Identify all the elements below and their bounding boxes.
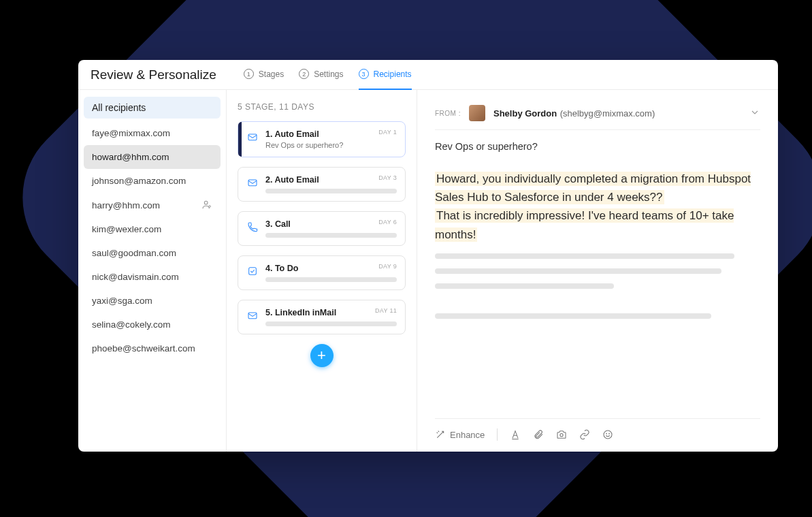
page-title: Review & Personalize <box>91 67 216 82</box>
stage-card[interactable]: 4. To Do DAY 9 <box>238 255 406 290</box>
mail-icon <box>246 176 259 189</box>
svg-point-0 <box>204 201 208 204</box>
svg-rect-4 <box>249 268 257 275</box>
svg-point-10 <box>609 433 610 434</box>
stage-card[interactable]: 5. LinkedIn inMail DAY 11 <box>238 300 406 334</box>
recipient-email: harry@hhm.com <box>92 200 160 210</box>
body-line-2: That is incredibly impressive! I've hear… <box>435 208 734 241</box>
stage-title: 1. Auto Email <box>265 129 397 139</box>
stage-title: 4. To Do <box>265 264 397 273</box>
editor-column: FROM : Shelby Gordon (shelbyg@mixmax.com… <box>417 90 778 452</box>
tab-settings[interactable]: 2Settings <box>299 60 343 90</box>
svg-rect-5 <box>248 313 257 319</box>
recipient-email: faye@mixmax.com <box>92 128 170 138</box>
body-line-1: Howard, you individually completed a mig… <box>435 172 751 204</box>
recipient-email: selina@cokely.com <box>92 319 171 330</box>
from-email: (shelbyg@mixmax.com) <box>560 108 655 119</box>
recipient-email: saul@goodman.com <box>92 248 176 258</box>
from-name: Shelby Gordon <box>493 108 557 119</box>
image-button[interactable] <box>556 429 567 440</box>
add-stage-button[interactable]: + <box>310 344 334 367</box>
placeholder-line <box>265 189 397 193</box>
email-body[interactable]: Howard, you individually completed a mig… <box>435 155 760 418</box>
divider <box>497 428 498 441</box>
content: All recipients faye@mixmax.comhoward@hhm… <box>78 90 778 452</box>
from-row[interactable]: FROM : Shelby Gordon (shelbyg@mixmax.com… <box>435 105 760 130</box>
phone-icon <box>246 221 259 233</box>
stage-card[interactable]: 3. Call DAY 6 <box>238 211 406 246</box>
tab-number: 1 <box>244 69 254 79</box>
svg-rect-3 <box>248 180 257 186</box>
svg-point-1 <box>209 206 211 208</box>
link-button[interactable] <box>579 429 590 440</box>
recipient-item[interactable]: nick@davismain.com <box>84 265 221 289</box>
attachment-button[interactable] <box>533 429 544 440</box>
recipient-item[interactable]: faye@mixmax.com <box>84 121 221 145</box>
placeholder-line <box>265 233 397 238</box>
camera-icon <box>556 429 567 440</box>
recipients-header[interactable]: All recipients <box>84 97 221 119</box>
stage-day: DAY 3 <box>378 174 397 181</box>
recipient-item[interactable]: phoebe@schweikart.com <box>84 336 221 360</box>
tab-number: 3 <box>359 69 369 79</box>
enhance-button[interactable]: Enhance <box>435 429 485 440</box>
stages-header: 5 STAGE, 11 DAYS <box>238 102 406 112</box>
recipient-email: kim@wexler.com <box>92 224 161 234</box>
tab-stages[interactable]: 1Stages <box>244 60 284 90</box>
app-window: Review & Personalize 1Stages2Settings3Re… <box>78 60 778 452</box>
editor-toolbar: Enhance <box>435 418 760 441</box>
svg-rect-2 <box>248 134 257 140</box>
tab-label: Stages <box>259 69 284 79</box>
font-button[interactable] <box>510 429 521 440</box>
recipient-item[interactable]: selina@cokely.com <box>84 313 221 336</box>
stage-day: DAY 6 <box>378 219 397 225</box>
avatar <box>469 105 485 121</box>
mail-icon <box>246 131 259 143</box>
stage-day: DAY 1 <box>378 129 397 136</box>
recipient-item[interactable]: harry@hhm.com <box>84 193 221 217</box>
tab-label: Settings <box>314 69 343 79</box>
tab-recipients[interactable]: 3Recipients <box>359 60 412 90</box>
svg-point-8 <box>604 430 612 439</box>
recipient-item[interactable]: yaxi@sga.com <box>84 289 221 313</box>
stage-title: 2. Auto Email <box>265 175 397 185</box>
placeholder-line <box>435 268 721 274</box>
svg-point-9 <box>606 433 607 434</box>
recipient-email: howard@hhm.com <box>92 152 169 162</box>
titlebar: Review & Personalize 1Stages2Settings3Re… <box>78 60 778 90</box>
stages-column: 5 STAGE, 11 DAYS 1. Auto Email Rev Ops o… <box>227 90 417 452</box>
recipient-email: nick@davismain.com <box>92 272 179 282</box>
emoji-button[interactable] <box>602 429 613 440</box>
stage-card[interactable]: 2. Auto Email DAY 3 <box>238 167 406 202</box>
link-icon <box>579 429 590 440</box>
stage-card[interactable]: 1. Auto Email Rev Ops or superhero? DAY … <box>238 121 406 157</box>
magic-wand-icon <box>435 429 446 440</box>
stage-day: DAY 9 <box>378 263 397 270</box>
stage-title: 3. Call <box>265 219 397 229</box>
person-icon <box>201 200 212 210</box>
tab-label: Recipients <box>374 69 412 79</box>
recipient-item[interactable]: saul@goodman.com <box>84 241 221 265</box>
recipient-item[interactable]: howard@hhm.com <box>84 145 221 169</box>
recipients-column: All recipients faye@mixmax.comhoward@hhm… <box>78 90 227 452</box>
font-icon <box>510 429 521 440</box>
recipient-item[interactable]: johnson@amazon.com <box>84 169 221 193</box>
placeholder-line <box>265 277 397 282</box>
paperclip-icon <box>533 429 544 440</box>
tab-strip: 1Stages2Settings3Recipients <box>244 60 412 90</box>
placeholder-line <box>435 313 711 319</box>
email-subject[interactable]: Rev Ops or superhero? <box>435 130 760 155</box>
tab-number: 2 <box>299 69 309 79</box>
placeholder-line <box>265 322 397 326</box>
mail-icon <box>246 309 259 322</box>
check-icon <box>246 265 259 277</box>
placeholder-line <box>435 253 734 259</box>
recipient-email: phoebe@schweikart.com <box>92 343 195 354</box>
stage-subtitle: Rev Ops or superhero? <box>265 141 397 149</box>
recipient-item[interactable]: kim@wexler.com <box>84 217 221 241</box>
chevron-down-icon[interactable] <box>749 107 760 120</box>
placeholder-line <box>435 283 614 289</box>
recipient-email: yaxi@sga.com <box>92 296 152 306</box>
emoji-icon <box>602 429 613 440</box>
stage-day: DAY 11 <box>375 307 397 314</box>
